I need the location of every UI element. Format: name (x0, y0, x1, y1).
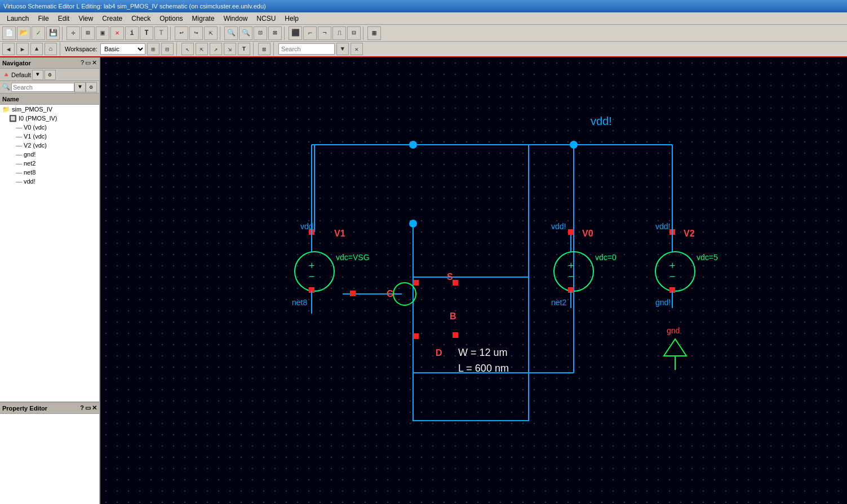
probe3-button[interactable]: ⎍ (332, 26, 346, 40)
nav-close-icon[interactable]: ✕ (92, 59, 97, 66)
menu-migrate[interactable]: Migrate (188, 14, 219, 24)
property-editor: Property Editor ? ▭ ✕ (0, 403, 99, 504)
fit-button[interactable]: ⊞ (81, 26, 95, 40)
menu-ncsu[interactable]: NCSU (252, 14, 280, 24)
misc-button[interactable]: ▦ (367, 26, 381, 40)
tree-label-v2: V2 (vdc) (24, 142, 47, 149)
tree-item-net8[interactable]: — net8 (0, 168, 99, 177)
file-icon-gnd: — (16, 151, 22, 158)
left-panel: Navigator ? ▭ ✕ 🔺 Default ▼ ⚙ 🔍 ▼ ⚙ (0, 57, 100, 504)
menu-edit[interactable]: Edit (54, 14, 74, 24)
svg-text:−: − (568, 271, 574, 282)
main-layout: Navigator ? ▭ ✕ 🔺 Default ▼ ⚙ 🔍 ▼ ⚙ (0, 57, 847, 504)
nav-min-icon[interactable]: ▭ (85, 59, 91, 66)
nav-help-icon[interactable]: ? (81, 59, 84, 66)
menu-file[interactable]: File (33, 14, 53, 24)
property-editor-title: Property Editor (2, 405, 47, 412)
menu-options[interactable]: Options (155, 14, 187, 24)
search-clear-btn[interactable]: ⚙ (86, 82, 97, 92)
file-icon-net2: — (16, 160, 22, 167)
stretch-button[interactable]: ⇱ (204, 26, 218, 40)
pe-help-icon[interactable]: ? (80, 404, 84, 412)
sep7 (176, 42, 179, 56)
info-button[interactable]: i (125, 26, 139, 40)
menu-check[interactable]: Check (127, 14, 155, 24)
filter-dropdown[interactable]: ▼ (32, 70, 43, 80)
vdd-main-label: vdd! (591, 115, 612, 127)
tree-item-v0[interactable]: — V0 (vdc) (0, 123, 99, 132)
file-icon-v2: — (16, 142, 22, 149)
save-check-button[interactable]: ✓ (32, 26, 45, 40)
sep2 (170, 26, 172, 40)
search-input[interactable] (278, 43, 335, 55)
fwd-button[interactable]: ▶ (16, 43, 29, 55)
gnd-net-label: gnd! (655, 298, 671, 307)
sel-btn4[interactable]: ⇲ (224, 43, 236, 55)
tree-content: 📁 sim_PMOS_IV 🔲 I0 (PMOS_IV) — V0 (vdc) … (0, 105, 99, 402)
tree-item-vdd[interactable]: — vdd! (0, 177, 99, 186)
sel-btn3[interactable]: ↗ (210, 43, 222, 55)
menu-view[interactable]: View (74, 14, 97, 24)
zoom-out-button[interactable]: 🔍 (239, 26, 252, 40)
text-button[interactable]: T (140, 26, 153, 40)
snap-button[interactable]: ✛ (66, 26, 80, 40)
pe-min-icon[interactable]: ▭ (85, 404, 91, 412)
workspace-select[interactable]: Basic (100, 43, 145, 55)
pe-close-icon[interactable]: ✕ (92, 404, 97, 412)
property-editor-content (0, 414, 99, 504)
probe2-button[interactable]: ¬ (318, 26, 331, 40)
tree-item-i0[interactable]: 🔲 I0 (PMOS_IV) (0, 114, 99, 123)
tree-item-sim[interactable]: 📁 sim_PMOS_IV (0, 105, 99, 114)
undo-button[interactable]: ↩ (175, 26, 188, 40)
up-button[interactable]: ▲ (30, 43, 43, 55)
ws-btn1[interactable]: ⊞ (147, 43, 159, 55)
menu-window[interactable]: Window (219, 14, 252, 24)
probe4-button[interactable]: ⊟ (347, 26, 361, 40)
save-button[interactable]: 💾 (46, 26, 60, 40)
menu-bar: Launch File Edit View Create Check Optio… (0, 12, 847, 25)
open-button[interactable]: 📂 (17, 26, 30, 40)
filter-icon: 🔺 (2, 71, 10, 78)
title-bar: Virtuoso Schematic Editor L Editing: lab… (0, 0, 847, 12)
sel-btn1[interactable]: ↖ (181, 43, 194, 55)
filter-label: Default (11, 72, 31, 78)
sel-btn2[interactable]: ⇱ (196, 43, 208, 55)
svg-text:+: + (309, 260, 315, 271)
menu-help[interactable]: Help (280, 14, 303, 24)
tree-item-v1[interactable]: — V1 (vdc) (0, 132, 99, 141)
search-dropdown[interactable]: ▼ (336, 43, 349, 55)
zoom-window-button[interactable]: ⊠ (268, 26, 282, 40)
zoom-fit2-button[interactable]: ⊡ (254, 26, 267, 40)
delete-button[interactable]: ✕ (110, 26, 124, 40)
menu-create[interactable]: Create (97, 14, 127, 24)
filter-config[interactable]: ⚙ (45, 70, 56, 80)
zoom-fit-button[interactable]: ▣ (96, 26, 109, 40)
probe1-button[interactable]: ⌐ (303, 26, 317, 40)
navigator-search-input[interactable] (11, 83, 74, 92)
redo-button[interactable]: ↪ (189, 26, 203, 40)
svg-rect-30 (453, 280, 458, 286)
ws-btn2[interactable]: ⊟ (161, 43, 174, 55)
schematic-area[interactable]: + − V1 vdd! vdc=VSG net8 + − V0 vdd! vdc… (100, 57, 847, 504)
hilight-button[interactable]: ⬛ (289, 26, 302, 40)
title-text: Virtuoso Schematic Editor L Editing: lab… (3, 3, 266, 10)
search-clear[interactable]: ✕ (351, 43, 363, 55)
svg-text:+: + (669, 260, 676, 271)
navigator-title: Navigator (2, 60, 31, 66)
tree-item-net2[interactable]: — net2 (0, 159, 99, 168)
tree-label-v1: V1 (vdc) (24, 133, 47, 140)
file-icon-v1: — (16, 133, 22, 140)
back-button[interactable]: ◀ (2, 43, 15, 55)
text-btn[interactable]: T (238, 43, 250, 55)
svg-marker-25 (664, 339, 686, 356)
tree-item-v2[interactable]: — V2 (vdc) (0, 141, 99, 150)
search-opts-btn[interactable]: ▼ (74, 82, 86, 92)
new-button[interactable]: 📄 (2, 26, 16, 40)
navigator-header: Navigator ? ▭ ✕ (0, 57, 99, 69)
desel-btn[interactable]: ⊠ (258, 43, 270, 55)
text2-button[interactable]: T (154, 26, 168, 40)
tree-item-gnd[interactable]: — gnd! (0, 150, 99, 159)
home-button[interactable]: ⌂ (45, 43, 57, 55)
zoom-in-button[interactable]: 🔍 (224, 26, 238, 40)
menu-launch[interactable]: Launch (2, 14, 33, 24)
